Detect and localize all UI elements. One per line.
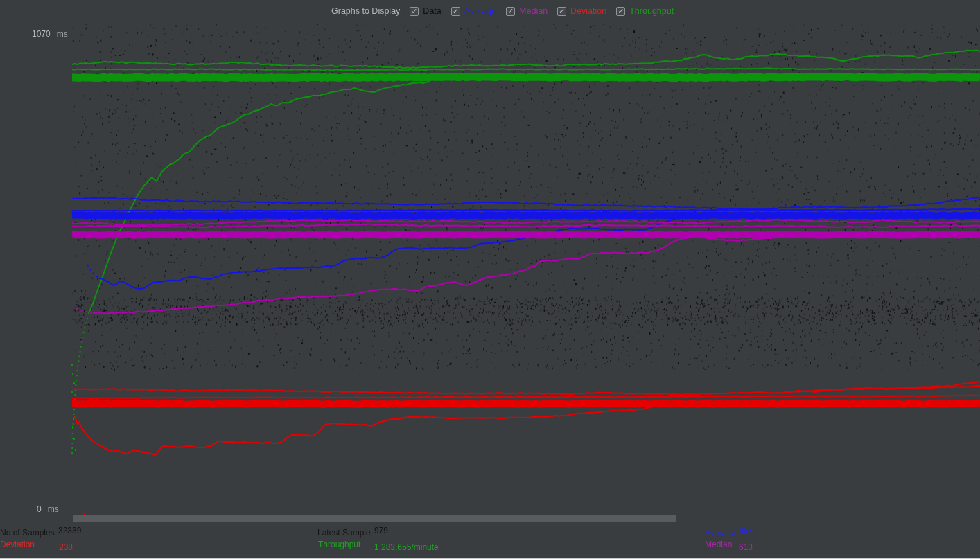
check-icon: ✓ bbox=[618, 7, 624, 15]
check-icon: ✓ bbox=[507, 7, 514, 15]
check-icon: ✓ bbox=[411, 7, 417, 15]
check-icon: ✓ bbox=[559, 7, 565, 15]
no-of-samples-label: No of Samples bbox=[0, 528, 55, 538]
median-value: 613 bbox=[739, 542, 753, 552]
check-icon: ✓ bbox=[453, 7, 459, 15]
y-axis-max-label: 1070ms bbox=[32, 29, 68, 39]
throughput-value: 1 283,655/minute bbox=[374, 542, 439, 552]
deviation-label: Deviation bbox=[0, 540, 35, 549]
graphs-to-display-label: Graphs to Display bbox=[331, 6, 400, 16]
median-checkbox-label: Median bbox=[519, 6, 548, 16]
median-label: Median bbox=[705, 540, 732, 549]
deviation-checkbox-box[interactable]: ✓ bbox=[557, 7, 566, 16]
median-checkbox-box[interactable]: ✓ bbox=[506, 7, 515, 16]
horizontal-scrollbar-thumb[interactable] bbox=[73, 515, 676, 522]
y-axis-min-label: 0ms bbox=[37, 504, 59, 514]
average-checkbox-label: Average bbox=[464, 6, 496, 16]
average-label: Average bbox=[705, 528, 735, 538]
checkbox-average[interactable]: ✓ Average bbox=[451, 6, 496, 16]
deviation-checkbox-label: Deviation bbox=[570, 6, 606, 16]
latest-sample-label: Latest Sample bbox=[317, 528, 371, 538]
checkbox-throughput[interactable]: ✓ Throughput bbox=[616, 6, 674, 16]
y-axis-min-value: 0 bbox=[37, 504, 42, 514]
latest-sample-value: 979 bbox=[374, 526, 388, 535]
data-checkbox-box[interactable]: ✓ bbox=[410, 7, 419, 16]
graph-results-window: Graphs to Display ✓ Data ✓ Average ✓ Med… bbox=[0, 0, 980, 559]
y-axis-max-value: 1070 bbox=[32, 29, 51, 39]
data-checkbox-label: Data bbox=[423, 6, 441, 16]
horizontal-scrollbar-track[interactable] bbox=[73, 515, 980, 522]
average-checkbox-box[interactable]: ✓ bbox=[451, 7, 460, 16]
throughput-checkbox-box[interactable]: ✓ bbox=[616, 7, 625, 16]
checkbox-data[interactable]: ✓ Data bbox=[410, 6, 441, 16]
checkbox-deviation[interactable]: ✓ Deviation bbox=[557, 6, 606, 16]
deviation-value: 238 bbox=[59, 542, 73, 552]
average-value: 653 bbox=[739, 526, 753, 535]
throughput-label: Throughput bbox=[318, 540, 360, 549]
no-of-samples-value: 32339 bbox=[58, 526, 81, 535]
graph-plot-area bbox=[0, 0, 980, 559]
y-axis-unit: ms bbox=[57, 29, 68, 39]
graphs-to-display-bar: Graphs to Display ✓ Data ✓ Average ✓ Med… bbox=[331, 3, 674, 19]
checkbox-median[interactable]: ✓ Median bbox=[506, 6, 548, 16]
y-axis-unit: ms bbox=[48, 504, 59, 514]
throughput-checkbox-label: Throughput bbox=[629, 6, 674, 16]
